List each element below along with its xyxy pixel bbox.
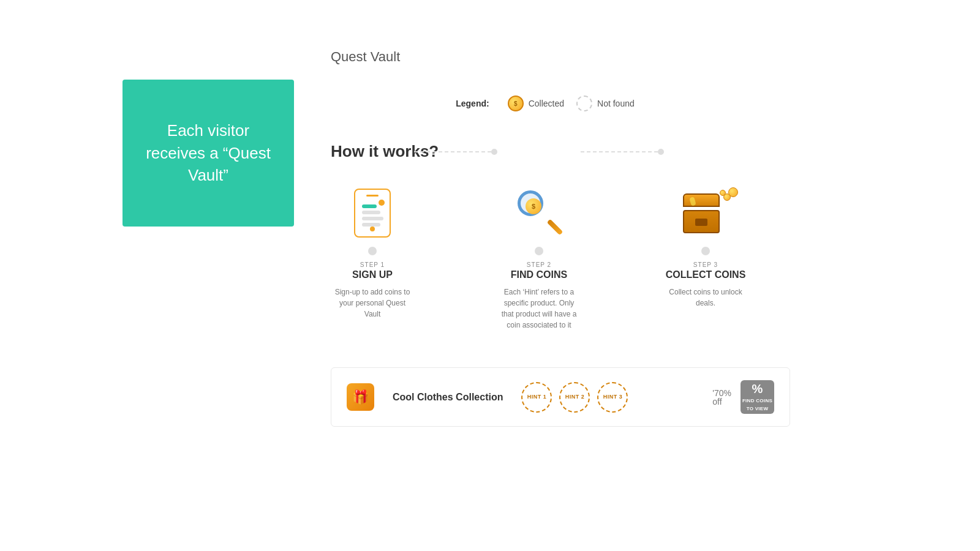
phone-dot: [379, 200, 385, 206]
coin-3: [720, 190, 726, 196]
phone-line-2: [362, 211, 380, 214]
legend: Legend: $ Collected Not found: [331, 96, 760, 111]
discount-display: '70% off: [712, 389, 731, 406]
step-2: $ STEP 2 FIND COINS Each ‘Hint’ refers t…: [497, 186, 581, 331]
connector-dot-2: [658, 149, 664, 155]
connector-2: [581, 149, 664, 155]
step-1-desc: Sign-up to add coins to your personal Qu…: [331, 287, 414, 320]
step-3-label: STEP 3: [693, 261, 718, 268]
steps-wrapper: STEP 1 SIGN UP Sign-up to add coins to y…: [331, 186, 747, 331]
step-2-icon-area: $: [508, 186, 570, 241]
collection-name: Cool Clothes Collection: [393, 392, 503, 403]
line-dash-1: [414, 151, 491, 152]
collection-icon-symbol: 🎁: [352, 389, 369, 405]
phone-line-1: [362, 204, 377, 208]
step-3-title: COLLECT COINS: [666, 269, 746, 280]
hint-2-label: HINT 2: [565, 394, 585, 400]
magnifier-handle: [547, 219, 564, 235]
find-coins-box[interactable]: % FIND COINS TO VIEW: [741, 380, 774, 414]
discount-area: '70% off % FIND COINS TO VIEW: [712, 380, 774, 414]
hint-1-label: HINT 1: [527, 394, 547, 400]
step-1-icon-area: [342, 186, 403, 241]
step-1-label: STEP 1: [360, 261, 385, 268]
chest-icon: [683, 193, 729, 233]
phone-icon: [354, 189, 391, 238]
collection-icon: 🎁: [347, 383, 374, 411]
legend-not-found-item: Not found: [576, 96, 635, 111]
magnifier-glass: $: [518, 190, 543, 216]
step-2-dot: [535, 247, 543, 255]
magnifier-icon: $: [518, 190, 560, 236]
step-2-title: FIND COINS: [511, 269, 567, 280]
hint-3-label: HINT 3: [603, 394, 623, 400]
chest-shine: [689, 197, 696, 206]
hero-text: Each visitor receives a “Quest Vault”: [141, 119, 276, 186]
magnifier-glass-inner: $: [526, 198, 541, 214]
step-2-label: STEP 2: [527, 261, 551, 268]
step-3-desc: Collect coins to unlock deals.: [664, 287, 747, 309]
legend-collected-item: $ Collected: [508, 96, 564, 111]
discount-value: '70% off: [712, 389, 731, 406]
page-title: Quest Vault: [331, 49, 919, 65]
page-container: Each visitor receives a “Quest Vault” Qu…: [0, 0, 980, 476]
hint-badges: HINT 1 HINT 2 HINT 3: [521, 382, 694, 413]
step-1-title: SIGN UP: [352, 269, 393, 280]
discount-number: '70%: [712, 389, 731, 397]
content-area: Quest Vault Legend: $ Collected Not foun…: [331, 49, 919, 427]
step-1: STEP 1 SIGN UP Sign-up to add coins to y…: [331, 186, 414, 320]
legend-label: Legend:: [456, 99, 489, 108]
step-1-dot: [368, 247, 377, 255]
legend-not-found-label: Not found: [597, 99, 635, 108]
chest-lid: [683, 193, 720, 207]
phone-line-4: [362, 223, 380, 227]
hint-badge-1[interactable]: HINT 1: [521, 382, 552, 413]
step-3-icon-area: [675, 186, 736, 241]
line-dash-2: [581, 151, 658, 152]
phone-lines: [362, 204, 383, 227]
connector-dot-1: [491, 149, 497, 155]
discount-sub: off: [712, 397, 731, 406]
phone-line-3: [362, 217, 383, 220]
hero-box: Each visitor receives a “Quest Vault”: [123, 80, 294, 227]
legend-collected-label: Collected: [529, 99, 564, 108]
hint-badge-2[interactable]: HINT 2: [559, 382, 590, 413]
chest-body: [683, 210, 720, 233]
not-found-coin-icon: [576, 96, 592, 111]
hint-badge-3[interactable]: HINT 3: [597, 382, 628, 413]
step-3-dot: [701, 247, 710, 255]
percent-icon: %: [752, 382, 763, 396]
find-coins-text-2: TO VIEW: [747, 406, 769, 412]
connector-1: [414, 149, 497, 155]
step-2-desc: Each ‘Hint’ refers to a specific product…: [497, 287, 581, 331]
find-coins-text-1: FIND COINS: [742, 398, 772, 404]
collection-section: 🎁 Cool Clothes Collection HINT 1 HINT 2 …: [331, 367, 790, 427]
collected-coin-icon: $: [508, 96, 524, 111]
step-3: STEP 3 COLLECT COINS Collect coins to un…: [664, 186, 747, 309]
